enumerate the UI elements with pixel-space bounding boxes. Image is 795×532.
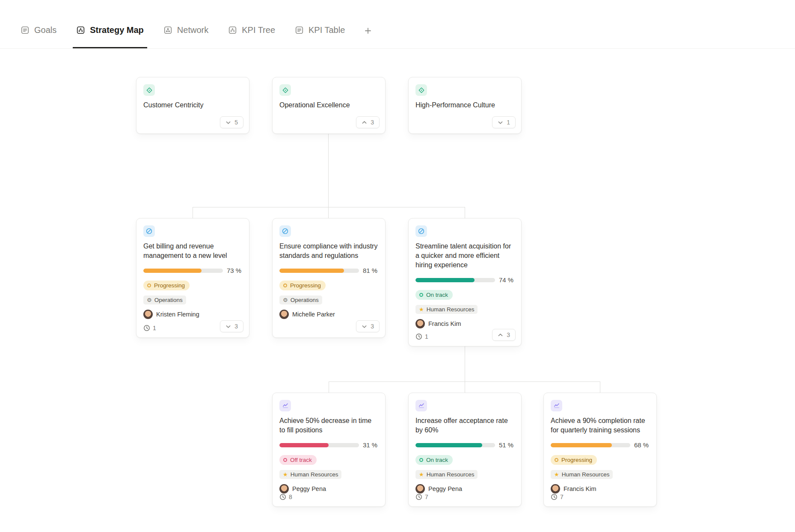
tree-icon <box>228 26 237 35</box>
card-title: Customer Centricity <box>143 100 242 110</box>
status-badge[interactable]: On track <box>415 290 453 300</box>
doc-list-icon <box>21 26 30 35</box>
chevron-down-icon <box>498 120 503 125</box>
check-in-indicator[interactable]: 1 <box>415 333 428 340</box>
goal-card-customer-centricity[interactable]: Customer Centricity 5 <box>136 77 249 134</box>
expand-children-button[interactable]: 3 <box>356 320 380 332</box>
progress-fill <box>551 443 612 447</box>
owner-row[interactable]: Michelle Parker <box>279 310 378 319</box>
card-title: Achieve 50% decrease in time to fill pos… <box>279 416 378 435</box>
team-chip[interactable]: ★Human Resources <box>415 470 478 479</box>
goal-card-billing-revenue[interactable]: Get billing and revenue management to a … <box>136 218 249 338</box>
clock-count: 1 <box>425 333 428 340</box>
avatar <box>143 310 153 319</box>
owner-row[interactable]: Peggy Pena <box>279 484 378 494</box>
owner-row[interactable]: Peggy Pena <box>415 484 514 494</box>
goal-card-training-completion[interactable]: Achieve a 90% completion rate for quarte… <box>543 393 657 507</box>
check-in-indicator[interactable]: 7 <box>415 494 428 500</box>
progress-bar: 31 % <box>279 441 378 449</box>
tab-kpi-tree[interactable]: KPI Tree <box>225 0 279 48</box>
connector-line <box>465 207 465 218</box>
add-view-button[interactable] <box>361 0 375 48</box>
progress-bar: 68 % <box>551 441 650 449</box>
progress-fill <box>279 443 329 447</box>
expand-children-button[interactable]: 1 <box>492 116 516 128</box>
owner-row[interactable]: Kristen Fleming <box>143 310 242 319</box>
card-title: Operational Excellence <box>279 100 378 110</box>
goal-card-talent-acquisition[interactable]: Streamline talent acquisition for a quic… <box>408 218 522 346</box>
progress-fill <box>415 443 482 447</box>
team-chip[interactable]: ⚙Operations <box>279 296 322 304</box>
children-count: 1 <box>507 119 510 126</box>
status-ring-icon <box>419 293 423 297</box>
connector-line <box>329 381 329 393</box>
owner-row[interactable]: Francis Kim <box>551 484 650 494</box>
goal-card-high-performance-culture[interactable]: High-Performance Culture 1 <box>408 77 522 134</box>
tab-label: KPI Tree <box>242 25 275 35</box>
doc-list-icon <box>295 26 304 35</box>
objective-icon <box>415 225 427 237</box>
status-ring-icon <box>555 458 558 462</box>
card-title: Achieve a 90% completion rate for quarte… <box>551 416 650 435</box>
goal-card-offer-acceptance[interactable]: Increase offer acceptance rate by 60% 51… <box>408 393 522 507</box>
progress-percent: 68 % <box>634 441 649 449</box>
status-badge[interactable]: On track <box>415 455 453 465</box>
clock-icon <box>415 494 422 500</box>
goal-card-compliance[interactable]: Ensure compliance with industry standard… <box>272 218 386 338</box>
owner-name: Peggy Pena <box>428 485 462 492</box>
star-icon: ★ <box>419 472 424 477</box>
status-ring-icon <box>283 458 287 462</box>
children-count: 3 <box>507 331 510 338</box>
avatar <box>415 319 425 328</box>
check-in-indicator[interactable]: 8 <box>279 494 292 500</box>
tab-label: Goals <box>34 25 56 35</box>
chevron-down-icon <box>225 120 231 125</box>
progress-percent: 74 % <box>499 276 513 284</box>
check-in-indicator[interactable]: 1 <box>143 325 156 331</box>
tab-network[interactable]: Network <box>160 0 212 48</box>
goal-card-time-to-fill[interactable]: Achieve 50% decrease in time to fill pos… <box>272 393 386 507</box>
team-chip[interactable]: ⚙Operations <box>143 296 186 304</box>
avatar <box>415 484 425 494</box>
clock-count: 8 <box>289 494 292 500</box>
tab-kpi-table[interactable]: KPI Table <box>291 0 348 48</box>
strategy-map-page: Goals Strategy Map <box>0 0 795 532</box>
card-title: High-Performance Culture <box>415 100 514 110</box>
status-badge[interactable]: Off track <box>279 455 317 465</box>
owner-name: Michelle Parker <box>292 311 335 318</box>
goal-card-operational-excellence[interactable]: Operational Excellence 3 <box>272 77 386 134</box>
children-count: 5 <box>234 119 238 126</box>
status-badge[interactable]: Progressing <box>279 281 326 290</box>
org-chart-icon <box>76 26 85 35</box>
star-icon: ★ <box>419 307 424 312</box>
owner-name: Kristen Fleming <box>156 311 199 318</box>
chevron-up-icon <box>362 120 367 125</box>
status-ring-icon <box>283 284 287 287</box>
connector-line <box>465 346 465 381</box>
expand-children-button[interactable]: 3 <box>220 320 243 332</box>
owner-name: Francis Kim <box>564 485 596 492</box>
collapse-children-button[interactable]: 3 <box>356 116 380 128</box>
pillar-icon <box>143 84 155 96</box>
team-chip[interactable]: ★Human Resources <box>551 470 613 479</box>
status-badge[interactable]: Progressing <box>143 281 190 290</box>
clock-count: 7 <box>425 494 428 500</box>
pillar-icon <box>279 84 291 96</box>
chevron-down-icon <box>362 324 367 329</box>
owner-row[interactable]: Francis Kim <box>415 319 514 328</box>
tab-goals[interactable]: Goals <box>17 0 60 48</box>
connector-line <box>465 381 465 393</box>
clock-icon <box>143 325 150 331</box>
check-in-indicator[interactable]: 7 <box>551 494 564 500</box>
status-badge[interactable]: Progressing <box>551 455 597 465</box>
collapse-children-button[interactable]: 3 <box>492 329 516 341</box>
connector-line <box>193 207 465 207</box>
progress-fill <box>143 269 202 273</box>
expand-children-button[interactable]: 5 <box>220 116 243 128</box>
team-chip[interactable]: ★Human Resources <box>415 305 478 314</box>
progress-bar: 51 % <box>415 441 514 449</box>
avatar <box>279 310 289 319</box>
tab-strategy-map[interactable]: Strategy Map <box>73 0 147 48</box>
team-chip[interactable]: ★Human Resources <box>279 470 341 479</box>
avatar <box>551 484 560 494</box>
